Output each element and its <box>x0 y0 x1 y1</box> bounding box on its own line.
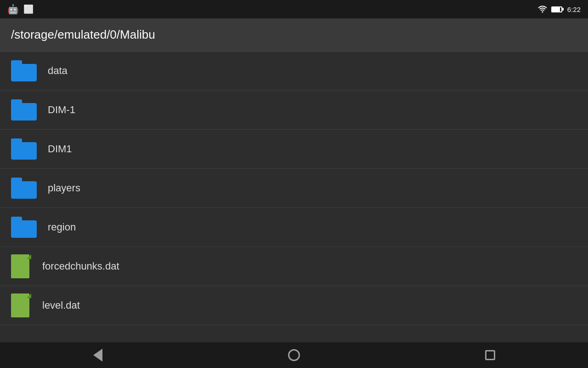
item-label: forcedchunks.dat <box>42 260 119 272</box>
item-label: data <box>48 65 68 77</box>
folder-icon <box>11 60 37 81</box>
recent-button[interactable] <box>472 342 509 368</box>
current-path: /storage/emulated/0/Malibu <box>11 28 155 42</box>
battery-icon <box>551 6 562 12</box>
item-label: DIM1 <box>48 143 72 155</box>
folder-icon <box>11 99 37 121</box>
item-label: DIM-1 <box>48 104 75 116</box>
file-icon <box>11 254 31 278</box>
navigation-bar <box>0 342 588 368</box>
item-label: players <box>48 182 80 194</box>
folder-icon <box>11 178 37 199</box>
home-button[interactable] <box>276 342 312 368</box>
status-time: 6:22 <box>567 6 581 13</box>
status-bar-left: 🤖 ⬜ <box>7 4 34 15</box>
wifi-icon <box>537 6 548 13</box>
list-item[interactable]: DIM1 <box>0 130 588 169</box>
recent-icon <box>485 350 495 360</box>
home-icon <box>288 349 300 361</box>
list-item[interactable]: forcedchunks.dat <box>0 247 588 286</box>
list-item[interactable]: DIM-1 <box>0 91 588 130</box>
path-header: /storage/emulated/0/Malibu <box>0 18 588 52</box>
list-item[interactable]: region <box>0 208 588 247</box>
list-item[interactable]: players <box>0 169 588 208</box>
back-icon <box>93 349 102 362</box>
file-icon <box>11 293 31 317</box>
status-bar-right: 6:22 <box>537 6 581 13</box>
folder-icon <box>11 138 37 160</box>
file-list: data DIM-1 DIM1 players region <box>0 52 588 325</box>
back-button[interactable] <box>79 342 116 368</box>
screen-icon: ⬜ <box>23 4 34 14</box>
list-item[interactable]: level.dat <box>0 286 588 325</box>
status-bar: 🤖 ⬜ 6:22 <box>0 0 588 18</box>
folder-icon <box>11 217 37 238</box>
list-item[interactable]: data <box>0 52 588 91</box>
item-label: region <box>48 221 76 233</box>
android-icon: 🤖 <box>7 4 19 15</box>
item-label: level.dat <box>42 299 80 311</box>
